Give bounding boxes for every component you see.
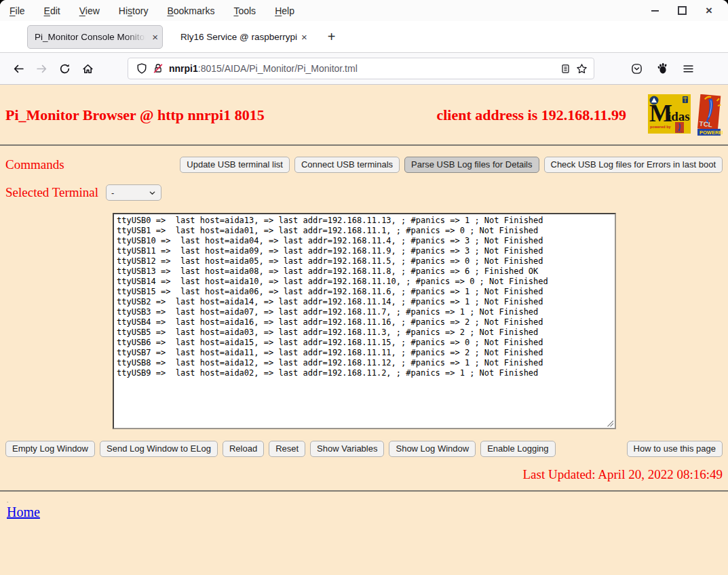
page-content: Pi_Monitor Browser @ http nnrpi1 8015 cl… <box>0 85 728 575</box>
terminal-select-value: - <box>111 188 114 198</box>
dot-text: . <box>5 498 723 503</box>
tab-close-icon[interactable]: × <box>301 31 307 43</box>
reload-button[interactable] <box>53 58 76 79</box>
client-address-text: client address is 192.168.11.99 <box>436 106 626 124</box>
menu-bar: File Edit View History Bookmarks Tools H… <box>0 0 728 21</box>
gnome-foot-icon[interactable] <box>653 58 672 79</box>
maximize-icon <box>678 6 687 15</box>
divider <box>0 490 728 492</box>
tab-title: Rly16 Service @ raspberrypi <box>180 32 297 42</box>
reset-button[interactable]: Reset <box>269 441 305 457</box>
url-bar[interactable]: nnrpi1:8015/AIDA/Pi_Monitor/Pi_Monitor.t… <box>128 58 594 79</box>
minimize-icon <box>651 10 659 12</box>
commands-row: Commands Update USB terminal list Connec… <box>5 157 723 173</box>
pocket-icon[interactable] <box>627 58 646 79</box>
window-controls: × <box>649 5 728 16</box>
svg-text:POWERED: POWERED <box>700 130 723 136</box>
send-log-to-elog-button[interactable]: Send Log Window to ELog <box>100 441 218 457</box>
empty-log-window-button[interactable]: Empty Log Window <box>5 441 95 457</box>
how-to-use-button[interactable]: How to use this page <box>627 441 723 457</box>
selected-terminal-label: Selected Terminal <box>5 185 98 200</box>
svg-text:TCL: TCL <box>699 120 712 129</box>
tab-title: Pi_Monitor Console Monitorin <box>35 32 148 42</box>
terminal-select[interactable]: - <box>106 184 161 201</box>
show-log-window-button[interactable]: Show Log Window <box>389 441 476 457</box>
log-window-wrapper <box>113 213 616 429</box>
insecure-lock-icon[interactable] <box>150 60 166 77</box>
command-buttons: Update USB terminal list Connect USB ter… <box>180 157 723 173</box>
connect-usb-terminals-button[interactable]: Connect USB terminals <box>294 157 400 173</box>
menu-tools[interactable]: Tools <box>233 5 256 16</box>
last-updated-text: Last Updated: April 20, 2022 08:16:49 <box>5 467 723 482</box>
midas-logo: M idas powered by T C L <box>648 94 691 134</box>
minimize-button[interactable] <box>649 5 660 16</box>
home-button[interactable] <box>76 58 99 79</box>
maximize-button[interactable] <box>676 5 687 16</box>
tab-bar: Pi_Monitor Console Monitorin × Rly16 Ser… <box>0 21 728 53</box>
tcl-powered-logo: TCL POWERED <box>695 94 723 136</box>
menu-bookmarks[interactable]: Bookmarks <box>167 5 214 16</box>
log-window[interactable] <box>113 213 616 429</box>
divider <box>0 144 728 146</box>
forward-button[interactable] <box>30 58 53 79</box>
hamburger-menu-icon[interactable] <box>678 58 697 79</box>
reload-button-page[interactable]: Reload <box>223 441 264 457</box>
url-host: nnrpi1 <box>169 63 198 74</box>
parse-usb-log-files-button[interactable]: Parse USB Log files for Details <box>404 157 539 173</box>
enable-logging-button[interactable]: Enable Logging <box>480 441 555 457</box>
commands-label: Commands <box>5 157 64 172</box>
menu-items: File Edit View History Bookmarks Tools H… <box>0 5 294 16</box>
url-text: nnrpi1:8015/AIDA/Pi_Monitor/Pi_Monitor.t… <box>169 63 358 74</box>
url-path: :8015/AIDA/Pi_Monitor/Pi_Monitor.tml <box>198 63 358 74</box>
bookmark-star-icon[interactable] <box>573 60 590 77</box>
tab-rly16[interactable]: Rly16 Service @ raspberrypi × <box>163 25 313 49</box>
svg-text:powered by: powered by <box>650 125 672 129</box>
page-header: Pi_Monitor Browser @ http nnrpi1 8015 cl… <box>5 94 723 136</box>
svg-text:idas: idas <box>668 109 690 123</box>
update-usb-terminal-list-button[interactable]: Update USB terminal list <box>180 157 290 173</box>
page-title: Pi_Monitor Browser @ http nnrpi1 8015 <box>5 106 265 124</box>
show-variables-button[interactable]: Show Variables <box>310 441 384 457</box>
menu-file[interactable]: File <box>9 5 25 16</box>
tab-close-icon[interactable]: × <box>152 31 158 43</box>
close-window-button[interactable]: × <box>704 5 714 16</box>
menu-view[interactable]: View <box>79 5 100 16</box>
menu-history[interactable]: History <box>119 5 149 16</box>
shield-icon[interactable] <box>134 60 150 77</box>
home-link[interactable]: Home <box>5 504 40 520</box>
menu-edit[interactable]: Edit <box>44 5 60 16</box>
selected-terminal-row: Selected Terminal - <box>5 184 723 201</box>
chevron-down-icon <box>149 189 156 197</box>
toolbar-right-icons <box>627 58 697 79</box>
check-usb-log-errors-button[interactable]: Check USB Log files for Errors in last b… <box>544 157 723 173</box>
logos: M idas powered by T C L TCL <box>648 94 723 136</box>
reader-mode-icon[interactable] <box>557 60 573 77</box>
close-icon: × <box>706 5 712 16</box>
browser-window: File Edit View History Bookmarks Tools H… <box>0 0 728 575</box>
new-tab-button[interactable]: + <box>328 30 336 43</box>
menu-help[interactable]: Help <box>275 5 294 16</box>
back-button[interactable] <box>7 58 30 79</box>
tab-pi-monitor[interactable]: Pi_Monitor Console Monitorin × <box>27 25 163 49</box>
svg-text:T C L: T C L <box>676 131 683 134</box>
navigation-toolbar: nnrpi1:8015/AIDA/Pi_Monitor/Pi_Monitor.t… <box>0 53 728 85</box>
bottom-buttons-row: Empty Log Window Send Log Window to ELog… <box>5 441 723 457</box>
